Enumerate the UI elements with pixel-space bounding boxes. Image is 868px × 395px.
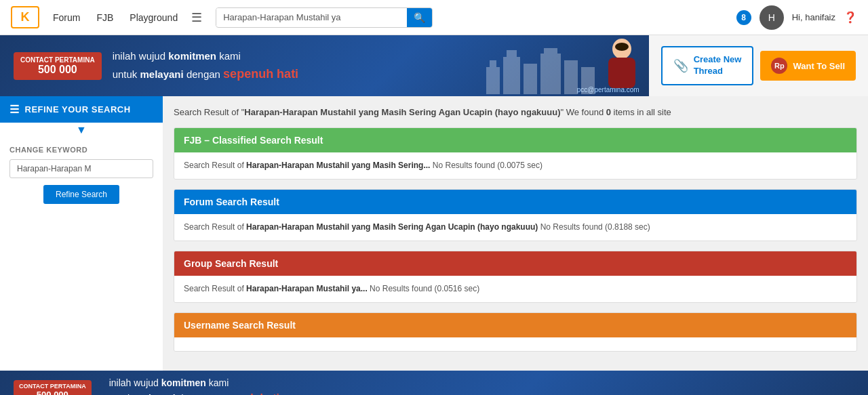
forum-body-keyword: Harapan-Harapan Mustahil yang Masih Seri… xyxy=(246,222,538,232)
bottom-banner-logo-line1: CONTACT PERTAMINA xyxy=(19,383,86,390)
summary-count: 0 xyxy=(606,107,611,117)
sidebar-body: CHANGE KEYWORD Refine Search xyxy=(0,136,163,213)
svg-rect-0 xyxy=(486,67,500,94)
banner-sepenuh-hati: sepenuh hati xyxy=(223,67,298,81)
forum-body-prefix: Search Result of xyxy=(184,222,246,232)
svg-rect-5 xyxy=(540,54,561,94)
summary-keyword: Harapan-Harapan Mustahil yang Masih Seri… xyxy=(244,107,560,117)
refine-search-button[interactable]: Refine Search xyxy=(43,185,119,204)
summary-suffix: " We found xyxy=(561,107,606,117)
bottom-sepenuh-hati: sepenuh hati xyxy=(212,392,279,395)
bottom-komitmen: komitmen xyxy=(161,377,206,388)
group-result-section: Group Search Result Search Result of Har… xyxy=(174,251,857,303)
sidebar-title: REFINE YOUR SEARCH xyxy=(25,104,131,115)
bottom-text-suffix1: kami xyxy=(206,377,229,388)
hi-text: Hi, hanifaiz xyxy=(792,12,835,22)
bottom-text-prefix1: inilah wujud xyxy=(109,377,161,388)
svg-rect-6 xyxy=(544,48,557,54)
menu-icon: ☰ xyxy=(9,103,20,116)
search-input[interactable] xyxy=(216,8,407,26)
nav: Forum FJB Playground xyxy=(53,12,178,23)
nav-fjb[interactable]: FJB xyxy=(96,12,113,23)
rp-icon: Rp xyxy=(771,58,787,74)
svg-rect-2 xyxy=(503,57,520,94)
help-icon[interactable]: ❓ xyxy=(844,11,857,24)
action-buttons: 📎 Create NewThread Rp Want To Sell xyxy=(649,35,868,96)
sidebar: ☰ REFINE YOUR SEARCH ▼ CHANGE KEYWORD Re… xyxy=(0,96,163,371)
group-body-keyword: Harapan-Harapan Mustahil ya... xyxy=(246,284,368,293)
hamburger-icon[interactable]: ☰ xyxy=(191,10,202,25)
group-section-body: Search Result of Harapan-Harapan Mustahi… xyxy=(174,276,856,302)
banner-row: CONTACT PERTAMINA 500 000 inilah wujud k… xyxy=(0,35,868,96)
header-right: 8 H Hi, hanifaiz ❓ xyxy=(736,5,857,30)
bottom-banner: CONTACT PERTAMINA 500 000 inilah wujud k… xyxy=(0,371,868,395)
svg-rect-10 xyxy=(608,58,635,88)
bottom-text-suffix2: dengan xyxy=(176,393,213,395)
fjb-section-body: Search Result of Harapan-Harapan Mustahi… xyxy=(174,152,856,179)
sidebar-arrow: ▼ xyxy=(0,123,163,136)
banner-text-prefix1: inilah wujud xyxy=(113,50,169,62)
fjb-section-header: FJB – Classified Search Result xyxy=(174,128,856,152)
main-content: Search Result of "Harapan-Harapan Mustah… xyxy=(163,96,868,371)
fjb-body-keyword: Harapan-Harapan Mustahil yang Masih Seri… xyxy=(246,161,430,170)
bottom-banner-logo-number: 500 000 xyxy=(37,390,68,395)
summary-prefix: Search Result of " xyxy=(174,107,244,117)
create-thread-label: Create NewThread xyxy=(694,54,742,77)
group-body-suffix: No Results found (0.0516 sec) xyxy=(368,284,479,293)
keyword-input[interactable] xyxy=(9,159,153,178)
want-to-sell-button[interactable]: Rp Want To Sell xyxy=(760,51,856,81)
create-thread-button[interactable]: 📎 Create NewThread xyxy=(661,46,754,85)
bottom-text-prefix2: untuk xyxy=(109,393,135,395)
logo[interactable]: K xyxy=(11,6,39,28)
username-section-header: Username Search Result xyxy=(174,313,856,337)
forum-body-suffix: No Results found (0.8188 sec) xyxy=(538,222,650,232)
svg-rect-1 xyxy=(490,60,496,67)
change-keyword-label: CHANGE KEYWORD xyxy=(9,146,153,154)
fjb-result-section: FJB – Classified Search Result Search Re… xyxy=(174,127,857,180)
notification-badge[interactable]: 8 xyxy=(736,10,751,25)
city-silhouette xyxy=(486,47,595,94)
svg-rect-4 xyxy=(524,64,537,94)
banner-komitmen: komitmen xyxy=(168,50,216,62)
banner-text-suffix1: kami xyxy=(216,50,241,62)
content-area: ☰ REFINE YOUR SEARCH ▼ CHANGE KEYWORD Re… xyxy=(0,96,868,371)
forum-result-section: Forum Search Result Search Result of Har… xyxy=(174,189,857,241)
search-bar: 🔍 xyxy=(216,7,433,28)
header: K Forum FJB Playground ☰ 🔍 8 H Hi, hanif… xyxy=(0,0,868,35)
group-section-header: Group Search Result xyxy=(174,251,856,276)
summary-tail: items in all site xyxy=(611,107,671,117)
svg-point-11 xyxy=(615,43,629,51)
banner-logo-line1: CONTACT PERTAMINA xyxy=(20,56,95,64)
sidebar-header: ☰ REFINE YOUR SEARCH xyxy=(0,96,163,123)
banner-logo-number: 500 000 xyxy=(38,64,77,76)
username-result-section: Username Search Result xyxy=(174,312,857,352)
nav-playground[interactable]: Playground xyxy=(130,12,178,23)
person-figure xyxy=(601,39,642,96)
fjb-body-prefix: Search Result of xyxy=(184,161,246,170)
svg-rect-7 xyxy=(564,60,578,94)
svg-rect-8 xyxy=(581,67,595,94)
svg-rect-3 xyxy=(507,50,517,57)
search-button[interactable]: 🔍 xyxy=(407,8,432,27)
clip-icon: 📎 xyxy=(673,58,688,73)
nav-forum[interactable]: Forum xyxy=(53,12,80,23)
banner-melayani: melayani xyxy=(140,68,184,80)
avatar[interactable]: H xyxy=(760,5,784,30)
banner-text-prefix2: untuk xyxy=(113,68,140,80)
search-summary: Search Result of "Harapan-Harapan Mustah… xyxy=(174,106,857,119)
group-body-prefix: Search Result of xyxy=(184,284,246,293)
top-banner: CONTACT PERTAMINA 500 000 inilah wujud k… xyxy=(0,35,649,96)
fjb-body-suffix: No Results found (0.0075 sec) xyxy=(430,161,542,170)
username-section-body xyxy=(174,337,856,351)
forum-section-header: Forum Search Result xyxy=(174,190,856,214)
want-sell-label: Want To Sell xyxy=(793,61,845,71)
forum-section-body: Search Result of Harapan-Harapan Mustahi… xyxy=(174,214,856,241)
banner-text-suffix2: dengan xyxy=(184,68,223,80)
bottom-melayani: melayani xyxy=(135,393,176,395)
